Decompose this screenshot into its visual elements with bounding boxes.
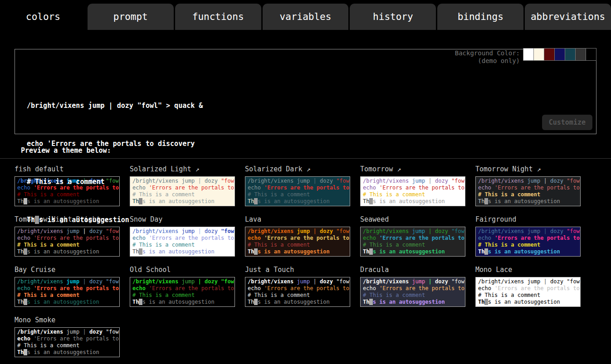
sample-line: This is an autosuggestion [17,349,117,356]
sample-token-suggestion: s is an autosuggestion [258,299,330,305]
theme-card: Bay Cruise/bright/vixens jump | dozy "fo… [15,266,120,307]
theme-preview[interactable]: /bright/vixens jump | dozy "fowl" > quac… [15,327,120,357]
bg-swatch-3[interactable] [544,48,555,61]
demo-line-autosuggestion: This is an autosuggestion [27,214,596,226]
tab-variables[interactable]: variables [263,4,349,30]
sample-token-echo: echo [478,285,491,291]
theme-card: Dracula/bright/vixens jump | dozy "fowl"… [360,266,465,307]
sample-token-echo: echo [17,335,30,342]
sample-line: echo 'Errors are the portals to discover… [17,335,117,342]
bg-swatch-2[interactable] [533,48,544,61]
sample-token-suggestion: s is an autosuggestion [373,299,445,305]
sample-token-echo: echo [132,285,146,291]
sample-cursor-block: i [139,299,142,305]
sample-token-cmd2: dozy [550,278,563,285]
sample-line: # This is a comment [478,292,578,299]
sample-line: /bright/vixens jump | dozy "fowl" > quac… [17,278,117,285]
sample-token-arg: jump [181,278,195,285]
sample-line: # This is a comment [132,292,232,299]
theme-preview[interactable]: /bright/vixens jump | dozy "fowl" > quac… [245,277,350,307]
theme-preview[interactable]: /bright/vixens jump | dozy "fowl" > quac… [130,277,235,307]
sample-token-q2: 'Errors are the portals to discovery [494,285,581,291]
sample-token-echo: echo [248,285,261,291]
sample-line: echo 'Errors are the portals to discover… [248,285,347,292]
theme-card: Mono Lace/bright/vixens jump | dozy "fow… [475,266,581,307]
theme-title: Mono Lace [475,266,581,274]
sample-token-cmd2: dozy [435,278,448,285]
sample-line: # This is a comment [248,292,347,299]
theme-title: Just a Touch [245,266,350,274]
sample-token-path: /bright/vixens [363,278,409,285]
sample-cursor-block: i [484,299,488,305]
sample-token-comment: # This is a comment [363,292,425,298]
sample-token-path: /bright/vixens [478,278,524,285]
sample-token-path: /bright/vixens [17,278,63,285]
tab-abbreviations[interactable]: abbreviations [525,4,611,30]
bg-swatch-1[interactable] [523,48,534,61]
sample-token-pipe: | [83,278,86,285]
sample-token-q2: 'Errors are the portals to discovery [264,285,350,291]
sample-token-echo: echo [363,285,376,291]
sample-token-path: /bright/vixens [132,278,178,285]
demo-line-string: echo 'Errors are the portals to discover… [27,137,596,150]
sample-token-cmd2: dozy [205,278,218,285]
bg-swatch-6[interactable] [575,48,586,61]
sample-token-cmd2: dozy [89,278,103,285]
theme-card: Mono Smoke/bright/vixens jump | dozy "fo… [15,316,120,357]
theme-preview[interactable]: /bright/vixens jump | dozy "fowl" > quac… [15,277,120,307]
tab-colors[interactable]: colors [0,4,86,30]
sample-token-q2: 'Errors are the portals to discovery [379,285,465,291]
sample-cursor-block: i [24,349,27,355]
sample-token-arg: jump [66,278,79,285]
customize-button[interactable]: Customize [542,115,592,130]
sample-line: This is an autosuggestion [248,299,347,306]
tab-history[interactable]: history [350,4,436,30]
demo-typed-text: Th [27,216,35,224]
sample-line: echo 'Errors are the portals to discover… [478,285,578,292]
theme-preview[interactable]: /bright/vixens jump | dozy "fowl" > quac… [360,277,465,307]
sample-token-q1: "fowl" > quack & [567,278,581,285]
sample-token-q1: "fowl" > quack & [221,278,235,285]
theme-card: Just a Touch/bright/vixens jump | dozy "… [245,266,350,307]
sample-token-q2: 'Errors are the portals to discovery [149,285,235,291]
sample-token-suggestion: s is an autosuggestion [27,299,99,305]
sample-line: echo 'Errors are the portals to discover… [17,285,117,292]
tab-prompt[interactable]: prompt [88,4,174,30]
tab-functions[interactable]: functions [175,4,261,30]
demo-terminal: Background Color: (demo only) /bright/vi… [15,49,596,134]
sample-line: This is an autosuggestion [363,299,463,306]
sample-token-comment: # This is a comment [17,342,79,349]
bg-swatch-7[interactable] [586,48,596,61]
sample-token-q2: 'Errors are the portals to discovery [34,335,120,342]
sample-line: /bright/vixens jump | dozy "fowl" > quac… [248,278,347,285]
sample-token-q2: 'Errors are the portals to discovery [34,285,120,291]
bg-swatch-4[interactable] [554,48,565,61]
demo-line-command: /bright/vixens jump | dozy "fowl" > quac… [27,99,596,112]
sample-line: # This is a comment [363,292,463,299]
sample-line: /bright/vixens jump | dozy "fowl" > quac… [132,278,232,285]
theme-card: Old School/bright/vixens jump | dozy "fo… [130,266,235,307]
sample-cursor-block: i [24,299,27,305]
sample-token-pipe: | [429,278,432,285]
sample-token-arg: jump [297,278,310,285]
theme-title: Old School [130,266,235,274]
sample-token-suggestion: s is an autosuggestion [488,299,560,305]
sample-line: /bright/vixens jump | dozy "fowl" > quac… [363,278,463,285]
sample-token-cmd2: dozy [320,278,333,285]
sample-line: # This is a comment [17,342,117,349]
bg-swatch-5[interactable] [565,48,576,61]
theme-title: Mono Smoke [15,316,120,324]
sample-token-q1: "fowl" > quack & [451,278,465,285]
sample-line: echo 'Errors are the portals to discover… [363,285,463,292]
sample-token-pipe: | [544,278,547,285]
tab-bindings[interactable]: bindings [437,4,523,30]
sample-token-typed: Th [17,299,24,305]
sample-token-comment: # This is a comment [478,292,540,298]
sample-line: This is an autosuggestion [17,299,117,306]
sample-token-suggestion: s is an autosuggestion [142,299,215,305]
sample-line: echo 'Errors are the portals to discover… [132,285,232,292]
theme-preview[interactable]: /bright/vixens jump | dozy "fowl" > quac… [475,277,581,307]
sample-cursor-block: i [369,299,372,305]
background-swatches [523,48,596,61]
sample-token-comment: # This is a comment [248,292,310,298]
